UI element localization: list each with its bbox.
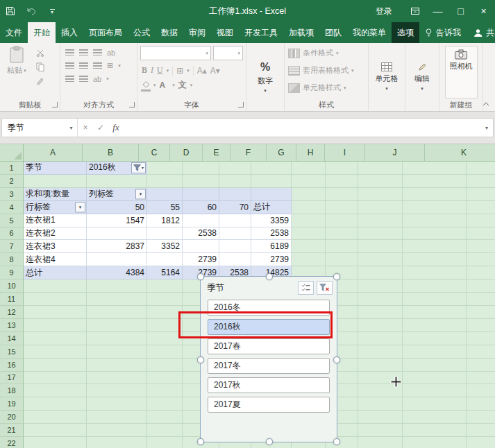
align-left-icon[interactable]: [65, 62, 74, 69]
align-middle-icon[interactable]: [79, 49, 88, 55]
cut-button[interactable]: [34, 47, 47, 58]
tab-insert[interactable]: 插入: [56, 22, 83, 43]
cell-B18[interactable]: [87, 384, 147, 397]
column-header-F[interactable]: F: [230, 144, 267, 161]
cell-B10[interactable]: [87, 279, 147, 293]
cell-G3[interactable]: [292, 188, 326, 201]
row-header-13[interactable]: 13: [0, 319, 24, 332]
cell-J5[interactable]: [403, 214, 467, 227]
phonetic-guide-button[interactable]: 文: [178, 79, 187, 91]
camera-button[interactable]: 照相机: [445, 46, 478, 98]
row-header-6[interactable]: 6: [0, 227, 24, 241]
cell-G1[interactable]: [292, 162, 326, 175]
cell-B17[interactable]: [87, 372, 147, 385]
name-box-dropdown-icon[interactable]: ▾: [65, 125, 77, 131]
cell-I11[interactable]: [358, 293, 403, 306]
cell-B13[interactable]: [87, 319, 147, 332]
cell-K3[interactable]: [467, 188, 495, 201]
cell-K9[interactable]: [467, 266, 495, 279]
cell-F5[interactable]: 3359: [251, 214, 292, 227]
cell-A3[interactable]: 求和项:数量: [24, 188, 87, 201]
cell-A14[interactable]: [24, 332, 87, 345]
cell-A8[interactable]: 连衣裙4: [24, 253, 87, 266]
cell-D4[interactable]: 60: [183, 201, 219, 214]
tab-team[interactable]: 团队: [319, 22, 347, 43]
cell-A4[interactable]: 行标签▾: [24, 201, 87, 214]
format-as-table-button[interactable]: 套用表格格式▾: [285, 62, 368, 79]
decrease-indent-icon[interactable]: [65, 76, 74, 82]
cell-K7[interactable]: [467, 240, 495, 253]
font-name-select[interactable]: ▾: [140, 46, 211, 60]
cell-B16[interactable]: [87, 359, 147, 372]
tab-home[interactable]: 开始: [28, 22, 56, 43]
cell-J20[interactable]: [403, 411, 467, 424]
slicer-handle-top-center[interactable]: [266, 273, 273, 280]
row-header-10[interactable]: 10: [0, 279, 24, 293]
save-button[interactable]: [0, 0, 21, 22]
cell-B12[interactable]: [87, 306, 147, 319]
cell-D6[interactable]: 2538: [183, 227, 219, 241]
column-header-E[interactable]: E: [203, 144, 230, 161]
column-header-K[interactable]: K: [425, 144, 495, 161]
cell-K4[interactable]: [467, 201, 495, 214]
cell-E1[interactable]: [219, 162, 251, 175]
ribbon-group-cells-collapsed[interactable]: 单元格 ▾: [369, 43, 405, 111]
cell-J12[interactable]: [403, 306, 467, 319]
cell-C13[interactable]: [147, 319, 183, 332]
slicer-handle-mid-right[interactable]: [333, 356, 340, 363]
cell-F7[interactable]: 6189: [251, 240, 292, 253]
format-painter-button[interactable]: [34, 75, 47, 86]
row-header-21[interactable]: 21: [0, 424, 24, 437]
cell-K5[interactable]: [467, 214, 495, 227]
row-header-8[interactable]: 8: [0, 253, 24, 266]
undo-button[interactable]: [21, 0, 42, 22]
cell-E8[interactable]: [219, 253, 251, 266]
cell-J22[interactable]: [403, 437, 467, 448]
cell-I7[interactable]: [358, 240, 403, 253]
cell-H4[interactable]: [326, 201, 358, 214]
collapse-ribbon-button[interactable]: [483, 98, 489, 108]
align-right-icon[interactable]: [93, 62, 102, 69]
column-header-J[interactable]: J: [365, 144, 425, 161]
tell-me-button[interactable]: 告诉我: [419, 22, 467, 43]
cell-G7[interactable]: [292, 240, 326, 253]
cell-K6[interactable]: [467, 227, 495, 241]
cell-E7[interactable]: [219, 240, 251, 253]
cell-I6[interactable]: [358, 227, 403, 241]
formula-input[interactable]: [124, 119, 480, 137]
cell-I8[interactable]: [358, 253, 403, 266]
tab-review[interactable]: 审阅: [183, 22, 211, 43]
font-size-select[interactable]: ▾: [213, 46, 243, 60]
cell-K17[interactable]: [467, 372, 495, 385]
cell-A15[interactable]: [24, 345, 87, 359]
cell-J10[interactable]: [403, 279, 467, 293]
cell-I9[interactable]: [358, 266, 403, 279]
cell-H8[interactable]: [326, 253, 358, 266]
cell-C10[interactable]: [147, 279, 183, 293]
cell-J7[interactable]: [403, 240, 467, 253]
tab-addins[interactable]: 加载项: [283, 22, 319, 43]
cell-I22[interactable]: [358, 437, 403, 448]
cell-K11[interactable]: [467, 293, 495, 306]
cell-A21[interactable]: [24, 424, 87, 437]
decrease-font-size-button[interactable]: A▾: [210, 66, 220, 76]
orientation-icon[interactable]: ab: [93, 75, 101, 83]
cell-B14[interactable]: [87, 332, 147, 345]
cell-J17[interactable]: [403, 372, 467, 385]
cell-K19[interactable]: [467, 397, 495, 411]
cell-A11[interactable]: [24, 293, 87, 306]
column-header-G[interactable]: G: [267, 144, 296, 161]
cell-K16[interactable]: [467, 359, 495, 372]
cell-J3[interactable]: [403, 188, 467, 201]
cell-B2[interactable]: [87, 175, 147, 188]
slicer-multiselect-button[interactable]: [298, 281, 314, 295]
cell-B3[interactable]: 列标签▾: [87, 188, 147, 201]
column-header-I[interactable]: I: [325, 144, 365, 161]
row-header-5[interactable]: 5: [0, 214, 24, 227]
cell-E3[interactable]: [219, 188, 251, 201]
bold-button[interactable]: B: [142, 65, 147, 76]
name-box[interactable]: 季节 ▾: [2, 119, 78, 137]
cell-F2[interactable]: [251, 175, 292, 188]
cell-B11[interactable]: [87, 293, 147, 306]
cell-I21[interactable]: [358, 424, 403, 437]
